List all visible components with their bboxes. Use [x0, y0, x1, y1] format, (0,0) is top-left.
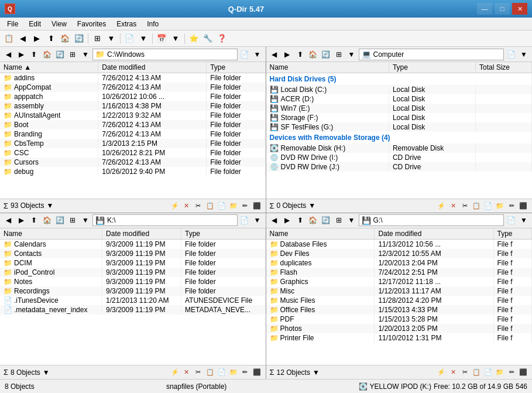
path-bar-bl[interactable]: 💾 K:\ [92, 214, 238, 226]
list-item[interactable]: 📁Boot7/26/2012 4:13 AMFile folder [0, 120, 265, 129]
tb-cal2[interactable]: ▼ [169, 32, 182, 45]
status-btn6-br[interactable]: 📁 [495, 367, 505, 378]
status-btn4-bl[interactable]: 📋 [205, 367, 215, 378]
tb-extra2[interactable]: 🔧 [201, 32, 214, 45]
list-item[interactable]: 💾Storage (F:)Local Disk [266, 113, 532, 122]
tb-icon6[interactable]: 🔄 [73, 32, 85, 45]
list-item[interactable]: 📁assembly1/16/2013 4:38 PMFile folder [0, 101, 265, 111]
status-btn6-tr[interactable]: 📁 [495, 200, 505, 211]
view-btn-tr[interactable]: 📄 [505, 49, 517, 60]
view-btn2-bl[interactable]: ▼ [252, 214, 263, 226]
status-btn7-br[interactable]: ✏ [506, 367, 517, 378]
maximize-button[interactable]: □ [495, 3, 510, 15]
status-btn7-tl[interactable]: ✏ [240, 200, 250, 211]
path-bar-br[interactable]: 💾 G:\ [359, 214, 504, 226]
col-type-tr[interactable]: Type [389, 62, 475, 73]
col-date-br[interactable]: Date modified [375, 228, 493, 240]
view-btn-br[interactable]: 📄 [505, 214, 517, 226]
status-btn2-bl[interactable]: ✕ [181, 367, 192, 378]
home-button-tl[interactable]: 🏠 [41, 49, 53, 60]
status-btn3-tr[interactable]: ✂ [459, 200, 470, 211]
menu-extras[interactable]: Extras [112, 19, 141, 29]
view-btn-bl[interactable]: 📄 [239, 214, 250, 226]
tb-layout2[interactable]: ▼ [105, 32, 118, 45]
tb-view2[interactable]: ▼ [137, 32, 150, 45]
tb-extra1[interactable]: ⭐ [187, 32, 200, 45]
path-bar-tr[interactable]: 💻 Computer [359, 49, 504, 60]
up-button-tl[interactable]: ⬆ [28, 49, 40, 60]
status-btn8-tl[interactable]: ⬛ [252, 200, 262, 211]
list-item[interactable]: 📁Music Files11/28/2012 4:20 PMFile f [266, 296, 532, 305]
list-item[interactable]: 📄.metadata_never_index9/3/2009 11:19 PMM… [0, 305, 265, 315]
back-button-tl[interactable]: ◀ [2, 49, 14, 60]
up-button-br[interactable]: ⬆ [294, 214, 306, 226]
list-item[interactable]: 📄.iTunesDevice1/21/2013 11:20 AMATUNESDE… [0, 296, 265, 305]
close-button[interactable]: ✕ [512, 3, 527, 15]
tb-icon3[interactable]: ▶ [30, 32, 43, 45]
status-btn6-tl[interactable]: 📁 [228, 200, 239, 211]
list-item[interactable]: 💾Local Disk (C:)Local Disk [266, 85, 532, 94]
status-btn1-br[interactable]: ⚡ [436, 367, 447, 378]
list-item[interactable]: 📁Notes9/3/2009 11:19 PMFile folder [0, 277, 265, 286]
path-bar-tl[interactable]: 📁 C:\Windows [92, 49, 238, 60]
list-item[interactable]: 📁duplicates1/20/2013 2:04 PMFile f [266, 258, 532, 268]
list-item[interactable]: 💿DVD RW Drive (I:)CD Drive [266, 153, 532, 162]
view-btn2-tr[interactable]: ▼ [518, 49, 530, 60]
status-count-br[interactable]: 12 Objects [277, 368, 310, 377]
list-item[interactable]: 📁Branding7/26/2012 4:13 AMFile folder [0, 129, 265, 139]
tb-icon4[interactable]: ⬆ [44, 32, 57, 45]
status-btn7-bl[interactable]: ✏ [240, 367, 250, 378]
list-item[interactable]: 📁Contacts9/3/2009 11:19 PMFile folder [0, 249, 265, 258]
home-button-br[interactable]: 🏠 [307, 214, 319, 226]
status-btn2-br[interactable]: ✕ [448, 367, 458, 378]
menu-edit[interactable]: Edit [24, 19, 46, 29]
col-type-br[interactable]: Type [493, 228, 531, 240]
status-btn7-tr[interactable]: ✏ [506, 200, 517, 211]
status-btn6-bl[interactable]: 📁 [228, 367, 239, 378]
col-size-tr[interactable]: Total Size [476, 62, 532, 73]
status-btn5-tl[interactable]: 📄 [217, 200, 227, 211]
list-item[interactable]: 📁Photos1/20/2013 2:05 PMFile f [266, 324, 532, 333]
forward-button-bl[interactable]: ▶ [15, 214, 27, 226]
refresh-button-bl[interactable]: 🔄 [54, 214, 66, 226]
status-btn1-tl[interactable]: ⚡ [170, 200, 180, 211]
tb-icon1[interactable]: 📋 [2, 32, 15, 45]
view-btn-tl[interactable]: 📄 [239, 49, 250, 60]
layout-button-tr[interactable]: ⊞ [333, 49, 345, 60]
list-item[interactable]: 📁Flash7/24/2012 2:51 PMFile f [266, 268, 532, 277]
forward-button-br[interactable]: ▶ [282, 214, 293, 226]
col-date-tl[interactable]: Date modified [98, 62, 207, 73]
list-item[interactable]: 📁PDF1/15/2013 5:28 PMFile f [266, 315, 532, 324]
tb-icon2[interactable]: ◀ [16, 32, 29, 45]
list-item[interactable]: 📁Calendars9/3/2009 11:19 PMFile folder [0, 239, 265, 249]
status-btn8-tr[interactable]: ⬛ [518, 200, 528, 211]
view-btn2-tl[interactable]: ▼ [252, 49, 263, 60]
tb-icon5[interactable]: 🏠 [59, 32, 71, 45]
layout-btn2-tl[interactable]: ▼ [80, 49, 91, 60]
status-count-bl[interactable]: 8 Objects [11, 368, 40, 377]
view-btn2-br[interactable]: ▼ [518, 214, 530, 226]
file-list-bl[interactable]: Name Date modified Type 📁Calendars9/3/20… [0, 228, 266, 365]
list-item[interactable]: 📁Misc1/12/2013 11:17 AMFile f [266, 286, 532, 296]
status-count-tr[interactable]: 0 Objects [277, 201, 307, 210]
back-button-bl[interactable]: ◀ [2, 214, 14, 226]
file-list-tl[interactable]: Name ▲ Date modified Type 📁addins7/26/20… [0, 62, 266, 199]
list-item[interactable]: 📁AppCompat7/26/2012 4:13 AMFile folder [0, 83, 265, 92]
layout-btn2-bl[interactable]: ▼ [80, 214, 91, 226]
back-button-tr[interactable]: ◀ [269, 49, 280, 60]
col-type-bl[interactable]: Type [181, 228, 265, 240]
list-item[interactable]: 📁Dev Files12/3/2012 10:55 AMFile f [266, 249, 532, 258]
status-btn8-bl[interactable]: ⬛ [252, 367, 262, 378]
menu-info[interactable]: Info [142, 19, 163, 29]
status-btn2-tl[interactable]: ✕ [181, 200, 192, 211]
list-item[interactable]: 💾SF TestFiles (G:)Local Disk [266, 122, 532, 132]
status-btn3-bl[interactable]: ✂ [193, 367, 204, 378]
col-type-tl[interactable]: Type [207, 62, 265, 73]
up-button-bl[interactable]: ⬆ [28, 214, 40, 226]
home-button-bl[interactable]: 🏠 [41, 214, 53, 226]
status-btn5-bl[interactable]: 📄 [217, 367, 227, 378]
list-item[interactable]: 📁apppatch10/26/2012 10:06 ...File folder [0, 92, 265, 101]
list-item[interactable]: 📁CbsTemp1/3/2013 2:15 PMFile folder [0, 139, 265, 148]
status-btn4-tr[interactable]: 📋 [471, 200, 482, 211]
up-button-tr[interactable]: ⬆ [294, 49, 306, 60]
